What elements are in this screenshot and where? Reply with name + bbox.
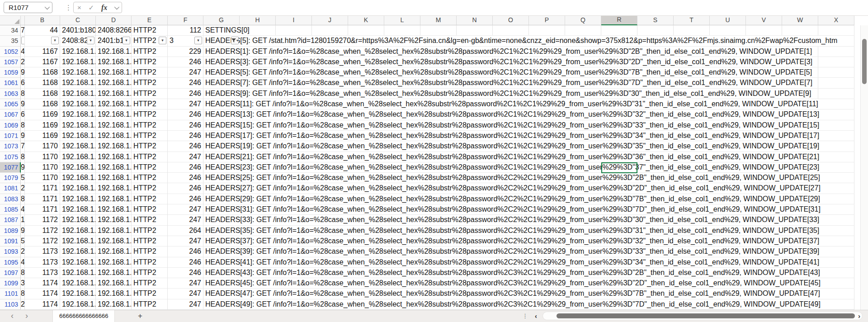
cell[interactable]: 4 xyxy=(21,257,25,268)
cell[interactable]: 1168 xyxy=(25,99,60,109)
cell[interactable]: 246 xyxy=(168,162,203,173)
cell[interactable]: 6 xyxy=(21,78,25,88)
cell[interactable]: 8 xyxy=(21,194,25,204)
cell[interactable]: HEADERS[35]: GET /info?l=1&o=%28case_whe… xyxy=(203,226,854,236)
cell[interactable]: 192.168.1. xyxy=(60,57,96,67)
cell[interactable] xyxy=(21,36,25,46)
cell[interactable]: HEADERS[37]: GET /info?l=1&o=%28case_whe… xyxy=(203,236,854,246)
cell[interactable]: HTTP2 xyxy=(132,268,168,278)
cell[interactable]: 1174 xyxy=(25,278,60,289)
cell[interactable]: 192.168.1. xyxy=(60,257,96,268)
cell[interactable]: 246 xyxy=(168,131,203,141)
cell[interactable]: HEADERS[47]: GET /info?l=1&o=%28case_whe… xyxy=(203,289,854,299)
cell[interactable]: 192.168.1. xyxy=(60,246,96,257)
cell[interactable]: 246 xyxy=(168,268,203,278)
cell[interactable]: 192.168.1. xyxy=(60,152,96,162)
select-all-corner[interactable] xyxy=(0,15,21,25)
cell[interactable]: HEADERS[43]: GET /info?l=1&o=%28case_whe… xyxy=(203,268,854,278)
cell[interactable]: HTTP2 xyxy=(132,47,168,57)
column-header-Q[interactable]: Q xyxy=(565,15,601,25)
cell[interactable]: 192.168.1. xyxy=(60,278,96,289)
cell[interactable]: HTTP2 xyxy=(132,109,168,120)
cell[interactable]: 192.168.1. xyxy=(96,299,132,310)
cell[interactable]: HEADERS[41]: GET /info?l=1&o=%28case_whe… xyxy=(203,257,854,268)
cell[interactable]: 246 xyxy=(168,141,203,152)
cell[interactable]: HEADERS[25]: GET /info?l=1&o=%28case_whe… xyxy=(203,173,854,183)
cell[interactable]: 192.168.1. xyxy=(60,141,96,152)
cell[interactable]: HEADERS[11]: GET /info?l=1&o=%28case_whe… xyxy=(203,99,854,109)
column-header-T[interactable]: T xyxy=(674,15,710,25)
row-header[interactable]: 1101 xyxy=(0,289,21,299)
cell[interactable]: 192.168.1. xyxy=(60,47,96,57)
cell[interactable]: 8 xyxy=(21,152,25,162)
cell[interactable]: 192.168.1. xyxy=(96,78,132,88)
cell[interactable]: 192.168.1. xyxy=(96,57,132,67)
cell[interactable]: HEADERS[5]: GET /info?l=1&o=%28case_when… xyxy=(203,67,854,78)
cell[interactable]: HEADERS[29]: GET /info?l=1&o=%28case_whe… xyxy=(203,194,854,204)
cell[interactable]: 192.168.1. xyxy=(96,236,132,246)
cell[interactable]: 192.168.1. xyxy=(96,109,132,120)
column-header-S[interactable]: S xyxy=(637,15,674,25)
cell[interactable]: 192.168.1. xyxy=(96,289,132,299)
row-header[interactable]: 1081 xyxy=(0,183,21,194)
row-header[interactable]: 1093 xyxy=(0,246,21,257)
cell[interactable]: 3 xyxy=(21,278,25,289)
cell[interactable]: 1171 xyxy=(25,183,60,194)
cell[interactable]: 192.168.1. xyxy=(60,67,96,78)
cell[interactable]: 1167 xyxy=(25,47,60,57)
formula-bar-input[interactable] xyxy=(127,2,863,13)
cell[interactable]: 1172 xyxy=(25,226,60,236)
cell[interactable]: 2 xyxy=(21,299,25,310)
cell[interactable]: HEADERS[39]: GET /info?l=1&o=%28case_whe… xyxy=(203,246,854,257)
cell[interactable]: HTTP2 xyxy=(132,131,168,141)
cell[interactable]: 9 xyxy=(21,226,25,236)
cell[interactable]: 2408:8266 xyxy=(96,25,132,36)
cell[interactable]: HTTP2 xyxy=(132,299,168,310)
cell[interactable]: HTTP2 xyxy=(132,226,168,236)
cell[interactable]: 7 xyxy=(21,25,25,36)
cell[interactable]: 247 xyxy=(168,278,203,289)
chevron-down-icon[interactable] xyxy=(114,4,119,9)
column-header-X[interactable]: X xyxy=(818,15,854,25)
cell[interactable]: 246 xyxy=(168,246,203,257)
cell[interactable]: 9 xyxy=(21,131,25,141)
cell[interactable]: 192.168.1. xyxy=(96,215,132,225)
column-header-A[interactable] xyxy=(21,15,25,25)
row-header[interactable]: 1075 xyxy=(0,152,21,162)
row-header[interactable]: 1065 xyxy=(0,99,21,109)
cell[interactable]: 192.168.1. xyxy=(60,162,96,173)
cell[interactable]: 192.168.1. xyxy=(96,99,132,109)
cell[interactable]: 247 xyxy=(168,236,203,246)
cell[interactable]: HTTP2 xyxy=(132,89,168,99)
cell[interactable]: 247 xyxy=(168,289,203,299)
cell[interactable]: 192.168.1. xyxy=(60,131,96,141)
cell[interactable]: ▾ xyxy=(25,36,60,46)
cell[interactable]: HTTP2 xyxy=(132,289,168,299)
cell[interactable]: SETTINGS[0] xyxy=(203,25,854,36)
cell[interactable]: 1168 xyxy=(25,78,60,88)
cell[interactable]: 247 xyxy=(168,215,203,225)
cell[interactable]: 247 xyxy=(168,67,203,78)
row-header[interactable]: 1057 xyxy=(0,57,21,67)
cell[interactable]: HEADERS[7]: GET /info?l=1&o=%28case_when… xyxy=(203,78,854,88)
cell[interactable]: 192.168.1. xyxy=(60,99,96,109)
cell[interactable]: 112 xyxy=(168,25,203,36)
cell[interactable]: 4 xyxy=(21,204,25,215)
cell[interactable]: 192.168.1. xyxy=(96,226,132,236)
scroll-left-icon[interactable]: ‹ xyxy=(535,312,537,321)
cell[interactable]: 9 xyxy=(21,67,25,78)
column-header-O[interactable]: O xyxy=(493,15,529,25)
row-header[interactable]: 1063 xyxy=(0,89,21,99)
column-header-B[interactable]: B xyxy=(25,15,60,25)
cell[interactable]: HTTP2 xyxy=(132,120,168,131)
column-header-N[interactable]: N xyxy=(457,15,493,25)
column-header-P[interactable]: P xyxy=(529,15,565,25)
kebab-icon[interactable]: ⋮ xyxy=(522,313,528,319)
cell[interactable]: 1172 xyxy=(25,215,60,225)
cell[interactable]: 5 xyxy=(21,173,25,183)
cell[interactable]: HTTP2 xyxy=(132,67,168,78)
cell[interactable]: 1167 xyxy=(25,57,60,67)
cell[interactable]: HTTP2 xyxy=(132,257,168,268)
cell[interactable]: 192.168.1. xyxy=(96,173,132,183)
cell[interactable]: 2401:b1▾ xyxy=(96,36,132,46)
